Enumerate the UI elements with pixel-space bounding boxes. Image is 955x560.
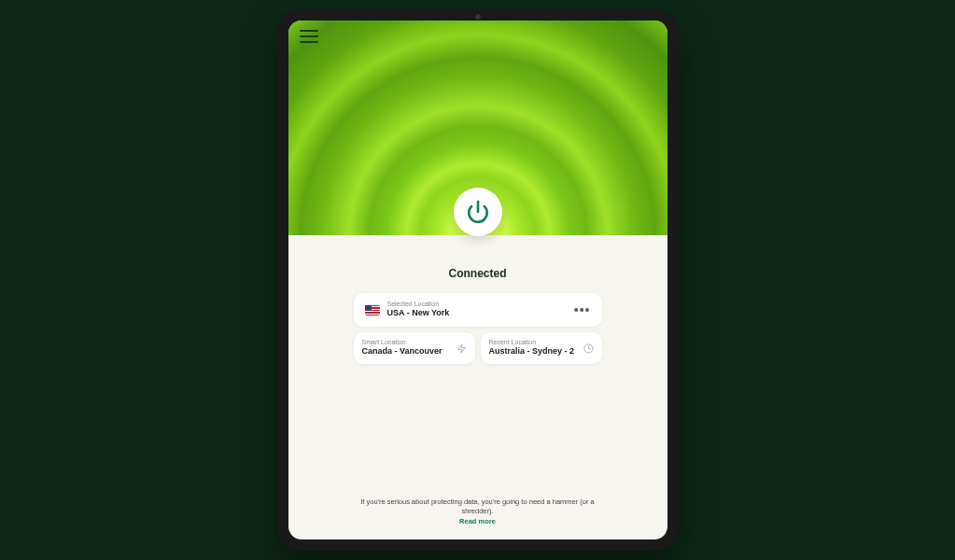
tip-text: If you're serious about protecting data,… <box>360 497 595 516</box>
smart-location-value: Canada - Vancouver <box>362 346 451 357</box>
device-camera <box>475 14 481 20</box>
selected-location-label: Selected Location <box>387 301 567 308</box>
recent-location-label: Recent Location <box>489 339 578 346</box>
recent-location-card[interactable]: Recent Location Australia - Sydney - 2 <box>481 332 602 364</box>
tip-message: If you're serious about protecting data,… <box>288 497 667 527</box>
power-icon <box>466 200 490 224</box>
selected-location-card[interactable]: Selected Location USA - New York ••• <box>354 293 602 327</box>
smart-location-label: Smart Location <box>362 339 451 346</box>
tablet-device-frame: Connected Selected Location USA - New Yo… <box>277 9 679 551</box>
clock-icon <box>583 343 594 354</box>
recent-location-value: Australia - Sydney - 2 <box>489 346 578 357</box>
flag-icon <box>365 305 380 315</box>
power-toggle-button[interactable] <box>454 188 502 236</box>
menu-button[interactable] <box>300 30 318 43</box>
location-panel: Selected Location USA - New York ••• Sma… <box>288 280 667 364</box>
connection-status: Connected <box>288 267 667 280</box>
more-options-button[interactable]: ••• <box>574 302 591 317</box>
smart-location-card[interactable]: Smart Location Canada - Vancouver <box>354 332 475 364</box>
svg-marker-1 <box>457 344 465 353</box>
app-screen: Connected Selected Location USA - New Yo… <box>288 21 667 539</box>
read-more-link[interactable]: Read more <box>344 517 611 527</box>
selected-location-value: USA - New York <box>387 308 567 319</box>
lightning-icon <box>456 343 467 354</box>
